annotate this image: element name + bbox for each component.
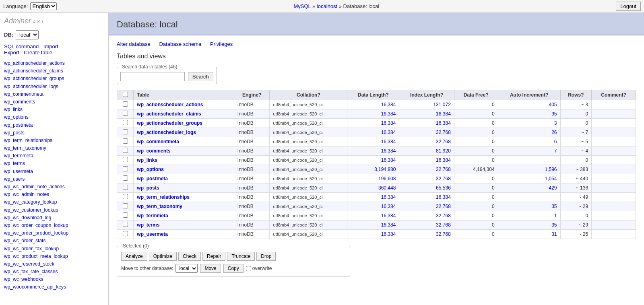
copy-button[interactable]: Copy	[223, 264, 244, 273]
sidebar-table-wp_posts[interactable]: wp_posts	[4, 129, 104, 137]
privileges-link[interactable]: Privileges	[210, 41, 233, 47]
row-check[interactable]	[117, 211, 134, 221]
row-check[interactable]	[117, 202, 134, 211]
sidebar-table-wp_wc_download_log[interactable]: wp_wc_download_log	[4, 214, 104, 222]
sidebar-table-wp_users[interactable]: wp_users	[4, 175, 104, 183]
sidebar-table-wp_actionscheduler_logs[interactable]: wp_actionscheduler_logs	[4, 83, 104, 91]
breadcrumb-mysql[interactable]: MySQL	[293, 3, 311, 9]
row-check[interactable]	[117, 156, 134, 165]
sidebar-table-wp_commentmeta[interactable]: wp_commentmeta	[4, 91, 104, 98]
overwrite-checkbox[interactable]	[246, 266, 251, 271]
check-all-checkbox[interactable]	[123, 92, 128, 97]
row-checkbox[interactable]	[123, 166, 128, 171]
row-checkbox[interactable]	[123, 111, 128, 116]
move-db-select[interactable]: local	[175, 264, 198, 273]
row-check[interactable]	[117, 193, 134, 202]
row-checkbox[interactable]	[123, 185, 128, 190]
optimize-button[interactable]: Optimize	[149, 252, 177, 261]
sidebar-table-wp_wc_admin_notes[interactable]: wp_wc_admin_notes	[4, 191, 104, 198]
row-check[interactable]	[117, 128, 134, 137]
row-check[interactable]	[117, 100, 134, 109]
import-link[interactable]: Import	[43, 43, 58, 49]
sidebar-table-wp_wc_order_coupon_lookup[interactable]: wp_wc_order_coupon_lookup	[4, 222, 104, 229]
row-checkbox[interactable]	[123, 175, 128, 181]
drop-button[interactable]: Drop	[256, 252, 276, 261]
search-input[interactable]	[120, 72, 185, 81]
row-check[interactable]	[117, 165, 134, 174]
sidebar-table-wp_wc_tax_rate_classes[interactable]: wp_wc_tax_rate_classes	[4, 268, 104, 276]
row-check[interactable]	[117, 119, 134, 128]
repair-button[interactable]: Repair	[202, 252, 225, 261]
language-select[interactable]: English	[30, 2, 57, 10]
logout-button[interactable]: Logout	[616, 2, 641, 11]
table-link[interactable]: wp_termmeta	[137, 213, 168, 218]
sidebar-table-wp_actionscheduler_groups[interactable]: wp_actionscheduler_groups	[4, 75, 104, 82]
sidebar-table-wp_wc_customer_lookup[interactable]: wp_wc_customer_lookup	[4, 206, 104, 214]
sidebar-table-wp_links[interactable]: wp_links	[4, 106, 104, 113]
table-link[interactable]: wp_term_taxonomy	[137, 204, 182, 209]
sidebar-table-wp_wc_admin_note_actions[interactable]: wp_wc_admin_note_actions	[4, 183, 104, 191]
sidebar-table-wp_wc_product_meta_lookup[interactable]: wp_wc_product_meta_lookup	[4, 253, 104, 260]
row-checkbox[interactable]	[123, 101, 128, 107]
sidebar-table-wp_term_relationships[interactable]: wp_term_relationships	[4, 137, 104, 144]
row-checkbox[interactable]	[123, 194, 128, 199]
sidebar-table-wp_comments[interactable]: wp_comments	[4, 98, 104, 106]
row-checkbox[interactable]	[123, 138, 128, 144]
row-checkbox[interactable]	[123, 148, 128, 153]
sidebar-table-wp_actionscheduler_claims[interactable]: wp_actionscheduler_claims	[4, 67, 104, 75]
table-link[interactable]: wp_terms	[137, 222, 159, 228]
alter-database-link[interactable]: Alter database	[117, 41, 151, 47]
sidebar-table-wp_termmeta[interactable]: wp_termmeta	[4, 152, 104, 160]
sidebar-table-wp_wc_order_stats[interactable]: wp_wc_order_stats	[4, 237, 104, 245]
export-link[interactable]: Export	[4, 49, 19, 56]
table-link[interactable]: wp_comments	[137, 148, 170, 154]
analyze-button[interactable]: Analyze	[121, 252, 147, 261]
sidebar-table-wp_wc_reserved_stock[interactable]: wp_wc_reserved_stock	[4, 260, 104, 268]
row-check[interactable]	[117, 146, 134, 156]
sidebar-table-wp_woocommerce_api_keys[interactable]: wp_woocommerce_api_keys	[4, 283, 104, 291]
row-check[interactable]	[117, 183, 134, 193]
sidebar-table-wp_wc_order_product_lookup[interactable]: wp_wc_order_product_lookup	[4, 229, 104, 237]
search-button[interactable]: Search	[188, 72, 213, 81]
sidebar-table-wp_options[interactable]: wp_options	[4, 113, 104, 121]
row-checkbox[interactable]	[123, 212, 128, 218]
truncate-button[interactable]: Truncate	[227, 252, 255, 261]
sidebar-table-wp_wc_category_lookup[interactable]: wp_wc_category_lookup	[4, 198, 104, 206]
table-link[interactable]: wp_posts	[137, 185, 159, 191]
create-table-link[interactable]: Create table	[24, 49, 52, 56]
breadcrumb-localhost[interactable]: localhost	[317, 3, 337, 9]
row-checkbox[interactable]	[123, 222, 128, 227]
row-check[interactable]	[117, 109, 134, 119]
table-link[interactable]: wp_usermeta	[137, 231, 168, 237]
move-button[interactable]: Move	[200, 264, 221, 273]
row-check[interactable]	[117, 137, 134, 146]
sidebar-table-wp_wc_webhooks[interactable]: wp_wc_webhooks	[4, 276, 104, 283]
row-check[interactable]	[117, 230, 134, 239]
sidebar-table-wp_term_taxonomy[interactable]: wp_term_taxonomy	[4, 144, 104, 152]
table-link[interactable]: wp_postmeta	[137, 176, 168, 181]
table-link[interactable]: wp_actionscheduler_actions	[137, 102, 203, 107]
sidebar-table-wp_usermeta[interactable]: wp_usermeta	[4, 168, 104, 175]
check-button[interactable]: Check	[178, 252, 201, 261]
row-checkbox[interactable]	[123, 129, 128, 134]
row-check[interactable]	[117, 174, 134, 183]
row-checkbox[interactable]	[123, 203, 128, 208]
row-checkbox[interactable]	[123, 120, 128, 125]
table-link[interactable]: wp_term_relationships	[137, 194, 190, 200]
database-schema-link[interactable]: Database schema	[159, 41, 201, 47]
sidebar-table-wp_wc_order_tax_lookup[interactable]: wp_wc_order_tax_lookup	[4, 245, 104, 253]
sidebar-table-wp_actionscheduler_actions[interactable]: wp_actionscheduler_actions	[4, 60, 104, 67]
table-link[interactable]: wp_commentmeta	[137, 139, 179, 144]
row-checkbox[interactable]	[123, 231, 128, 236]
table-link[interactable]: wp_actionscheduler_claims	[137, 111, 201, 117]
db-select[interactable]: local	[16, 30, 39, 39]
table-link[interactable]: wp_actionscheduler_logs	[137, 130, 196, 135]
table-link[interactable]: wp_actionscheduler_groups	[137, 120, 202, 126]
sql-command-link[interactable]: SQL command	[4, 43, 39, 49]
table-link[interactable]: wp_links	[137, 157, 157, 163]
row-check[interactable]	[117, 221, 134, 230]
table-link[interactable]: wp_options	[137, 167, 164, 172]
overwrite-label[interactable]: overwrite	[246, 266, 272, 271]
sidebar-table-wp_postmeta[interactable]: wp_postmeta	[4, 122, 104, 129]
sidebar-table-wp_terms[interactable]: wp_terms	[4, 160, 104, 167]
